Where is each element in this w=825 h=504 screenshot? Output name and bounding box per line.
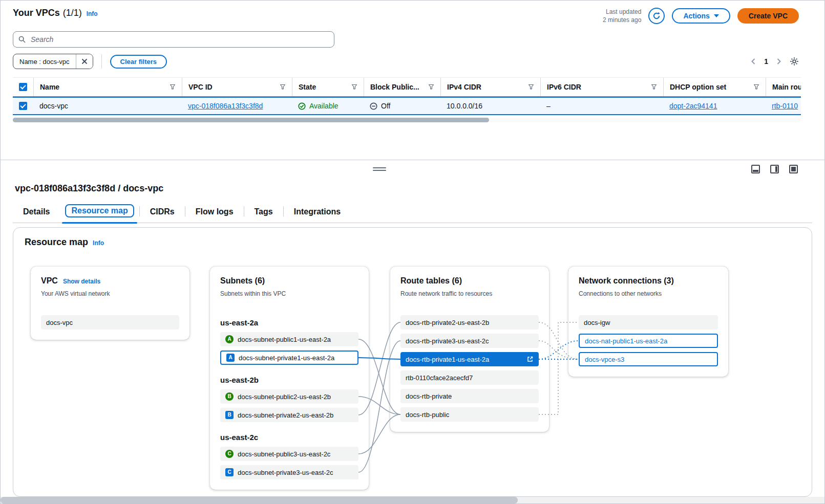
vpc-node-label: docs-vpc — [46, 319, 73, 326]
filter-row: Name : docs-vpc Clear filters — [13, 54, 824, 69]
cell-vpc-id: vpc-018f086a13f3c3f8d — [182, 102, 292, 110]
create-vpc-button[interactable]: Create VPC — [737, 8, 799, 24]
vpc-node[interactable]: docs-vpc — [41, 315, 179, 330]
filter-icon[interactable] — [651, 84, 657, 90]
route-table-label: docs-rtb-private2-us-east-2b — [406, 319, 489, 326]
route-tables-card: Route tables (6) Route network traffic t… — [390, 267, 549, 432]
split-panel-bar — [1, 160, 824, 177]
refresh-button[interactable] — [648, 8, 665, 24]
subnet-label: docs-subnet-private1-us-east-2a — [239, 354, 334, 362]
panel-position-bottom-icon[interactable] — [751, 165, 760, 173]
private-subnet-badge: C — [225, 468, 234, 476]
subnet-node-private1[interactable]: A docs-subnet-private1-us-east-2a — [220, 350, 358, 365]
filter-icon[interactable] — [428, 84, 434, 90]
gear-icon — [790, 57, 799, 66]
route-table-node[interactable]: docs-rtb-private3-us-east-2c — [400, 334, 539, 348]
split-panel-preferences — [751, 165, 798, 173]
tab-flow-logs[interactable]: Flow logs — [185, 204, 244, 223]
route-table-node[interactable]: rtb-0110cface2acecfd7 — [400, 370, 539, 385]
filter-chip-close-button[interactable] — [76, 54, 93, 69]
tab-integrations[interactable]: Integrations — [284, 204, 351, 223]
search-input[interactable] — [30, 35, 329, 44]
show-details-link[interactable]: Show details — [63, 278, 100, 285]
vpc-card-title: VPC — [41, 276, 58, 286]
table-scrollbar-thumb[interactable] — [13, 118, 489, 122]
search-icon — [18, 36, 26, 43]
connection-node-nat[interactable]: docs-nat-public1-us-east-2a — [579, 334, 718, 348]
page-scrollbar-thumb[interactable] — [1, 497, 518, 503]
column-header-main-route-table: Main rou — [766, 78, 801, 96]
column-header-state: State — [292, 78, 364, 96]
network-connections-card: Network connections (3) Connections to o… — [568, 267, 728, 377]
search-box — [13, 31, 334, 48]
clear-filters-button[interactable]: Clear filters — [110, 55, 167, 69]
filter-icon[interactable] — [170, 84, 176, 90]
current-page-number[interactable]: 1 — [764, 57, 768, 65]
cell-name: docs-vpc — [33, 102, 182, 110]
tab-label: Details — [23, 207, 50, 216]
column-label: Name — [40, 83, 59, 91]
row-checkbox[interactable] — [19, 102, 27, 110]
detail-title: vpc-018f086a13f3c3f8d / docs-vpc — [15, 183, 812, 194]
public-subnet-badge: C — [225, 450, 234, 458]
page-title: Your VPCs (1/1) Info — [13, 8, 98, 18]
public-subnet-badge: B — [225, 392, 234, 401]
resource-map-info-link[interactable]: Info — [93, 239, 104, 247]
column-header-ipv4-cidr: IPv4 CIDR — [440, 78, 540, 96]
panel-position-side-icon[interactable] — [770, 165, 779, 173]
cell-ipv6-cidr: – — [540, 102, 663, 110]
filter-icon[interactable] — [280, 84, 286, 90]
last-updated-value: 2 minutes ago — [603, 16, 641, 24]
subnet-label: docs-subnet-public1-us-east-2a — [238, 336, 331, 343]
subnets-card-title: Subnets (6) — [220, 276, 265, 286]
connection-node-vpce[interactable]: docs-vpce-s3 — [579, 352, 718, 366]
route-table-node-selected[interactable]: docs-rtb-private1-us-east-2a — [400, 352, 539, 366]
vpc-id-link[interactable]: vpc-018f086a13f3c3f8d — [188, 102, 263, 110]
vpc-table-inner: Name VPC ID State — [13, 77, 801, 115]
previous-page-button[interactable] — [751, 58, 756, 65]
subnet-node-public1[interactable]: A docs-subnet-public1-us-east-2a — [220, 332, 358, 346]
table-header-row: Name VPC ID State — [13, 77, 801, 97]
subnets-card: Subnets (6) Subnets within this VPC us-e… — [210, 267, 369, 490]
dhcp-option-set-link[interactable]: dopt-2ac94141 — [669, 102, 717, 110]
tab-cidrs[interactable]: CIDRs — [140, 204, 185, 223]
filter-chip[interactable]: Name : docs-vpc — [13, 54, 93, 69]
split-panel-drag-handle[interactable] — [373, 166, 386, 172]
route-table-node[interactable]: docs-rtb-private2-us-east-2b — [400, 315, 539, 330]
subnet-label: docs-subnet-public2-us-east-2b — [238, 393, 331, 401]
column-label: Block Public... — [370, 83, 419, 91]
column-label: VPC ID — [188, 83, 213, 91]
tab-resource-map[interactable]: Resource map — [60, 202, 139, 223]
info-link[interactable]: Info — [87, 10, 98, 17]
tab-label: Integrations — [294, 207, 341, 216]
connection-node-igw[interactable]: docs-igw — [579, 315, 718, 330]
filter-icon[interactable] — [753, 84, 759, 90]
resource-map-panel: Resource map Info — [13, 227, 812, 497]
table-preferences-button[interactable] — [790, 57, 799, 66]
subnet-node-public2[interactable]: B docs-subnet-public2-us-east-2b — [220, 389, 358, 404]
external-link-icon[interactable] — [526, 356, 534, 363]
route-table-node[interactable]: docs-rtb-public — [400, 407, 539, 422]
select-all-cell — [13, 78, 33, 96]
next-page-button[interactable] — [776, 58, 781, 65]
resource-map-title: Resource map — [25, 237, 88, 248]
route-table-node[interactable]: docs-rtb-private — [400, 389, 539, 403]
ipv6-cidr-value: – — [546, 102, 551, 110]
page-horizontal-scrollbar — [1, 497, 824, 503]
filter-icon[interactable] — [351, 84, 357, 90]
subnet-node-private2[interactable]: B docs-subnet-private2-us-east-2b — [220, 408, 358, 422]
pane-header: Your VPCs (1/1) Info Last updated 2 minu… — [13, 8, 824, 24]
table-row[interactable]: docs-vpc vpc-018f086a13f3c3f8d Available — [13, 97, 801, 115]
filter-icon[interactable] — [528, 84, 534, 90]
main-route-table-link[interactable]: rtb-0110 — [772, 102, 798, 110]
subnet-node-private3[interactable]: C docs-subnet-private3-us-east-2c — [220, 465, 358, 479]
tab-tags[interactable]: Tags — [244, 204, 283, 223]
last-updated-label: Last updated — [603, 8, 641, 16]
panel-position-detach-icon[interactable] — [789, 165, 798, 173]
actions-button[interactable]: Actions — [672, 8, 730, 24]
vpc-console-page: Your VPCs (1/1) Info Last updated 2 minu… — [0, 0, 825, 504]
select-all-checkbox[interactable] — [19, 83, 27, 91]
tab-details[interactable]: Details — [13, 204, 60, 223]
subnet-node-public3[interactable]: C docs-subnet-public3-us-east-2c — [220, 447, 358, 461]
private-subnet-badge: A — [226, 354, 235, 362]
